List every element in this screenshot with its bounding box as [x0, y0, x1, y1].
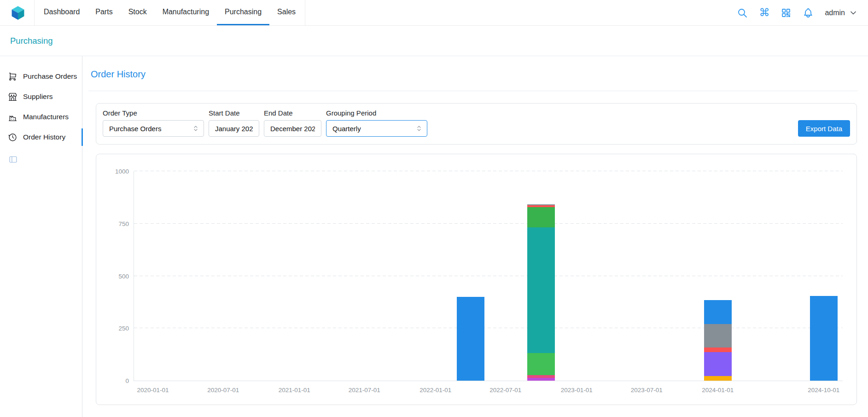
- order-history-chart-card: 02505007501000 2020-01-012020-07-012021-…: [96, 154, 857, 405]
- command-palette-icon[interactable]: ⌘: [759, 7, 769, 18]
- navbar-actions: ⌘ admin: [737, 0, 858, 25]
- gridline: [134, 276, 843, 276]
- bar-segment: [527, 353, 555, 375]
- bar-segment: [704, 348, 732, 352]
- bar-segment: [704, 376, 732, 381]
- title-divider: [88, 91, 858, 91]
- end-date-input[interactable]: [264, 120, 321, 137]
- tab-sales[interactable]: Sales: [269, 0, 303, 25]
- page-title: Order History: [91, 69, 858, 80]
- sidebar-item-suppliers[interactable]: Suppliers: [0, 87, 82, 107]
- filter-panel: Order Type Purchase Orders Start Date En…: [96, 103, 857, 145]
- grouping-period-select[interactable]: Quarterly: [326, 120, 427, 137]
- order-type-field: Order Type Purchase Orders: [103, 109, 204, 137]
- bar-segment: [527, 378, 555, 381]
- chart-x-axis: 2020-01-012020-07-012021-01-012021-07-01…: [134, 387, 843, 397]
- storefront-icon: [8, 92, 17, 102]
- chart-bar-2022-04-01[interactable]: [457, 297, 484, 381]
- search-icon[interactable]: [737, 7, 748, 18]
- order-type-select[interactable]: Purchase Orders: [103, 120, 204, 137]
- breadcrumb-purchasing[interactable]: Purchasing: [10, 36, 53, 46]
- chevron-down-icon: [849, 8, 858, 17]
- barcode-scan-icon[interactable]: [781, 7, 792, 18]
- factory-icon: [8, 112, 17, 122]
- breadcrumb-bar: Purchasing: [0, 26, 868, 56]
- main-nav-tabs: Dashboard Parts Stock Manufacturing Purc…: [34, 0, 305, 25]
- x-tick-label: 2022-01-01: [419, 387, 451, 394]
- x-tick-label: 2024-01-01: [702, 387, 734, 394]
- start-date-field: Start Date: [209, 109, 259, 137]
- end-date-field: End Date: [264, 109, 321, 137]
- sidebar-item-label: Suppliers: [23, 93, 53, 101]
- sidebar-item-order-history[interactable]: Order History: [0, 127, 82, 147]
- x-tick-label: 2020-07-01: [207, 387, 239, 394]
- tab-purchasing[interactable]: Purchasing: [217, 0, 269, 25]
- app-logo-icon[interactable]: [10, 5, 26, 21]
- order-type-value: Purchase Orders: [109, 125, 161, 133]
- shopping-cart-icon: [8, 72, 17, 81]
- x-tick-label: 2020-01-01: [137, 387, 169, 394]
- x-tick-label: 2023-01-01: [561, 387, 593, 394]
- x-tick-label: 2023-07-01: [631, 387, 663, 394]
- end-date-label: End Date: [264, 109, 321, 117]
- y-tick-label: 1000: [115, 168, 129, 175]
- grouping-period-label: Grouping Period: [326, 109, 427, 117]
- bar-segment: [704, 300, 732, 324]
- export-data-button[interactable]: Export Data: [798, 120, 850, 137]
- grouping-period-field: Grouping Period Quarterly: [326, 109, 427, 137]
- x-tick-label: 2021-01-01: [279, 387, 310, 394]
- start-date-label: Start Date: [209, 109, 259, 117]
- y-tick-label: 750: [118, 220, 129, 227]
- grouping-period-value: Quarterly: [332, 125, 361, 133]
- sidebar-item-manufacturers[interactable]: Manufacturers: [0, 107, 82, 127]
- x-tick-label: 2021-07-01: [349, 387, 380, 394]
- sidebar-item-label: Manufacturers: [23, 113, 69, 121]
- gridline: [134, 328, 843, 328]
- sidebar-collapse-icon[interactable]: [8, 155, 18, 164]
- order-type-label: Order Type: [103, 109, 204, 117]
- top-navbar: Dashboard Parts Stock Manufacturing Purc…: [0, 0, 868, 26]
- sidebar: Purchase Orders Suppliers Manufacturers …: [0, 56, 82, 417]
- x-tick-label: 2024-10-01: [808, 387, 839, 394]
- selector-chevrons-icon: [192, 124, 200, 133]
- username: admin: [825, 9, 845, 17]
- bar-segment: [527, 227, 555, 353]
- x-tick-label: 2022-07-01: [489, 387, 521, 394]
- bar-segment: [457, 297, 484, 381]
- start-date-input[interactable]: [209, 120, 259, 137]
- chart-bar-2022-10-01[interactable]: [527, 204, 555, 381]
- bar-segment: [704, 352, 732, 376]
- user-menu[interactable]: admin: [825, 8, 858, 17]
- tab-stock[interactable]: Stock: [121, 0, 155, 25]
- bar-segment: [810, 296, 838, 381]
- tab-manufacturing[interactable]: Manufacturing: [155, 0, 217, 25]
- notifications-bell-icon[interactable]: [803, 7, 814, 18]
- tab-parts[interactable]: Parts: [87, 0, 120, 25]
- selector-chevrons-icon: [415, 124, 423, 133]
- y-tick-label: 250: [118, 325, 129, 332]
- y-tick-label: 0: [125, 377, 129, 384]
- chart-bar-2024-01-01[interactable]: [704, 300, 732, 381]
- sidebar-item-label: Purchase Orders: [23, 72, 77, 81]
- content-area: Purchase Orders Suppliers Manufacturers …: [0, 56, 868, 417]
- main-panel: Order History Order Type Purchase Orders…: [82, 56, 868, 417]
- bar-segment: [704, 324, 732, 348]
- gridline: [134, 171, 843, 171]
- sidebar-item-purchase-orders[interactable]: Purchase Orders: [0, 66, 82, 87]
- history-clock-icon: [8, 133, 17, 142]
- sidebar-item-label: Order History: [23, 133, 65, 141]
- bar-segment: [527, 207, 555, 228]
- tab-dashboard[interactable]: Dashboard: [36, 0, 87, 25]
- y-tick-label: 500: [118, 272, 129, 279]
- chart-plot: 02505007501000: [134, 171, 843, 381]
- gridline: [134, 223, 843, 224]
- chart-bar-2024-10-01[interactable]: [810, 296, 838, 381]
